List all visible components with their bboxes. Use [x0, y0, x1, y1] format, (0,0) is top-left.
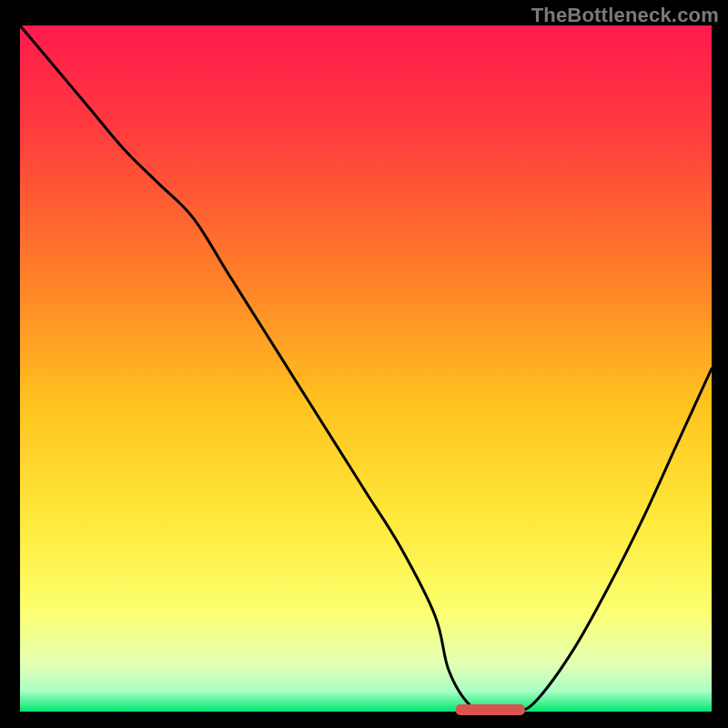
- chart-container: TheBottleneck.com: [0, 0, 728, 728]
- attribution-label: TheBottleneck.com: [531, 4, 719, 27]
- bottleneck-curve-chart: [0, 0, 728, 728]
- plot-background: [20, 25, 712, 712]
- sweet-spot-marker: [456, 704, 525, 715]
